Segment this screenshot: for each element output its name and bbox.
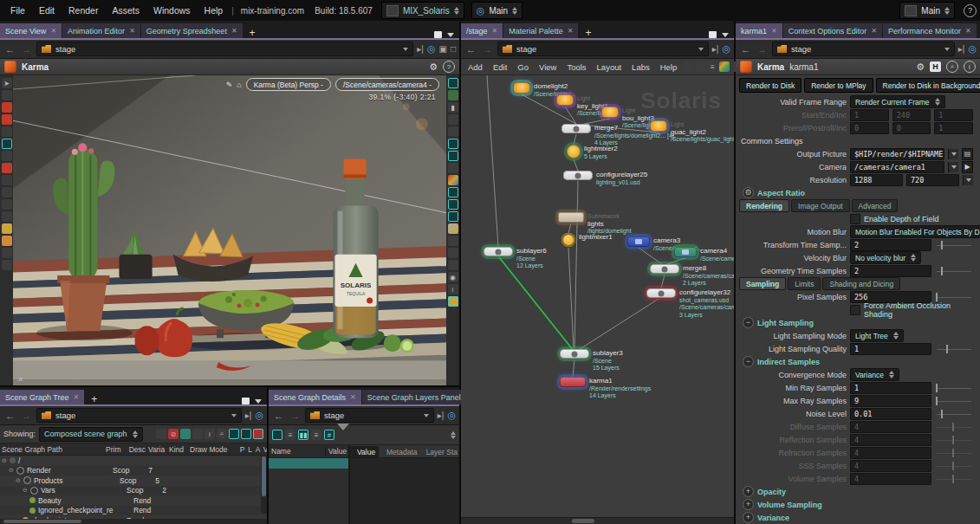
- render-view-canvas[interactable]: SOLARIS TEQUILA ✎ ⌂ Karma (Beta) Persp -…: [13, 75, 446, 385]
- search-icon[interactable]: ⌕: [946, 61, 958, 73]
- houdini-badge-icon[interactable]: H: [930, 61, 941, 72]
- field-start-end-inc-2[interactable]: 1: [934, 109, 973, 121]
- button-render-to-disk-in-background[interactable]: Render to Disk in Background: [876, 78, 980, 93]
- handles-tool-icon[interactable]: [2, 151, 12, 161]
- sgt-follow-icon[interactable]: ◎: [255, 410, 263, 421]
- slider-handle[interactable]: [952, 423, 954, 431]
- checkbox-enable-depth-of-field[interactable]: [850, 214, 860, 224]
- tab-close-icon[interactable]: ✕: [129, 27, 135, 35]
- folder-tab-rendering[interactable]: Rendering: [739, 199, 789, 212]
- expander-icon[interactable]: ⊖: [16, 477, 21, 484]
- visibility-eye-icon[interactable]: ◉: [448, 272, 458, 282]
- slider-handle[interactable]: [952, 475, 954, 483]
- slider-light-sampling-quality[interactable]: [935, 344, 973, 354]
- flag-red-icon[interactable]: [253, 429, 263, 439]
- field-resolution-1[interactable]: 720: [906, 174, 959, 186]
- tree-toggle-icon[interactable]: [272, 430, 282, 440]
- params-follow-icon[interactable]: ◎: [968, 43, 977, 55]
- section-expand-icon[interactable]: +: [743, 499, 754, 510]
- node-shape-flat[interactable]: [561, 124, 591, 133]
- desktop-combo-stepper[interactable]: [454, 7, 459, 15]
- dropdown-light-sampling-mode[interactable]: Light Tree: [850, 329, 904, 342]
- section-expand-icon[interactable]: +: [743, 512, 754, 523]
- help-icon[interactable]: ?: [964, 4, 977, 17]
- node-shape-karma[interactable]: [560, 377, 586, 387]
- new-tab-button[interactable]: +: [243, 28, 262, 38]
- field-geometry-time-samples[interactable]: 2: [850, 265, 931, 277]
- slider-min-ray-samples[interactable]: [935, 383, 973, 393]
- slider-reflection-samples[interactable]: [935, 435, 973, 445]
- net-back-arrow-icon[interactable]: ←: [464, 44, 477, 55]
- desktop-combo[interactable]: MIX_Solaris: [381, 2, 464, 19]
- wrench-icon[interactable]: [683, 61, 693, 72]
- node-shape-flat[interactable]: [646, 288, 676, 298]
- grab-tool-icon[interactable]: [2, 248, 12, 258]
- dicing-quality-icon[interactable]: [448, 187, 458, 197]
- section-collapse-icon[interactable]: −: [743, 356, 754, 367]
- menu-file[interactable]: File: [3, 5, 32, 16]
- lock-camera-icon[interactable]: ▮: [448, 102, 458, 113]
- network-canvas[interactable]: Solaris domelight2/Scene/lights/...Light…: [461, 75, 734, 517]
- node-configurelayer25[interactable]: configurelayer25lighting_v01.usd: [563, 171, 647, 186]
- node-lights[interactable]: Subnetworklights/lights/domelight: [558, 212, 632, 236]
- column-header-kind[interactable]: Kind: [169, 445, 190, 454]
- field-resolution-0[interactable]: 1288: [850, 174, 903, 186]
- mask-icon[interactable]: [180, 429, 191, 439]
- menu-help[interactable]: Help: [198, 5, 230, 16]
- section-collapse-icon[interactable]: −: [743, 317, 754, 328]
- node-shape-light[interactable]: [513, 82, 530, 94]
- frame-icon[interactable]: □: [451, 44, 456, 54]
- column-header-draw-mode[interactable]: Draw Mode: [190, 445, 238, 454]
- dropdown-convergence-mode[interactable]: Variance: [850, 368, 899, 381]
- path-dropdown-caret[interactable]: [403, 48, 408, 51]
- tab-scene-graph-layers-panel[interactable]: Scene Graph Layers Panel✕: [362, 390, 477, 404]
- filter-funnel-icon[interactable]: [337, 424, 349, 440]
- tab-animation-editor[interactable]: Animation Editor✕: [62, 23, 140, 38]
- shelf-tool-icon[interactable]: [2, 236, 12, 246]
- dropdown-valid-frame-range[interactable]: Render Current Frame: [850, 95, 945, 108]
- pin-icon[interactable]: ▸|: [417, 44, 424, 54]
- tab-context-options-editor[interactable]: Context Options Editor✕: [783, 23, 882, 38]
- column-header-scene-graph-path[interactable]: Scene Graph Path: [0, 445, 106, 454]
- column-header-v[interactable]: V: [262, 445, 267, 454]
- display-options-icon[interactable]: [448, 78, 458, 88]
- viewport-settings-gear-icon[interactable]: ⚙: [429, 61, 438, 73]
- layout-pencil-icon[interactable]: [156, 429, 166, 439]
- column-header-varia[interactable]: Varia: [148, 445, 169, 454]
- render-region-tool-icon[interactable]: [2, 260, 12, 270]
- column-header-a[interactable]: A: [254, 445, 262, 454]
- sgt-back-arrow-icon[interactable]: ←: [3, 411, 16, 421]
- shade-colors-icon[interactable]: [448, 175, 458, 185]
- details-value-column[interactable]: Value: [325, 447, 348, 456]
- tree-row[interactable]: ⊖ProductsScop5: [0, 475, 267, 486]
- tree-row[interactable]: ⊖/: [0, 456, 267, 466]
- spacer-icon[interactable]: [2, 199, 12, 210]
- slider-pixel-samples[interactable]: [935, 292, 973, 302]
- sliders-icon[interactable]: [192, 429, 203, 439]
- no-entry-icon[interactable]: ⊘: [168, 429, 178, 439]
- secure-selection-icon[interactable]: [2, 90, 12, 100]
- pane-maximize-icon[interactable]: [434, 31, 442, 38]
- gear-icon[interactable]: ⚙: [916, 61, 925, 73]
- node-configurelayer32[interactable]: configurelayer32shot_cameras.usd/Scene/c…: [646, 288, 734, 319]
- params-back-arrow-icon[interactable]: ←: [739, 44, 752, 55]
- details-name-value-list[interactable]: Name Value: [269, 445, 350, 524]
- slider-geometry-time-samples[interactable]: [935, 266, 973, 276]
- menu-render[interactable]: Render: [62, 5, 105, 16]
- net-forward-arrow-icon[interactable]: →: [481, 44, 494, 55]
- node-lightmixer1[interactable]: lightmixer1: [561, 233, 613, 247]
- field-min-ray-samples[interactable]: 1: [850, 382, 931, 394]
- network-path-field[interactable]: stage: [497, 42, 709, 56]
- field-diffuse-samples[interactable]: 4: [850, 421, 931, 433]
- net-menu-edit[interactable]: Edit: [488, 62, 512, 72]
- shelf-combo[interactable]: ◎ Main: [471, 2, 522, 19]
- tab-karma1[interactable]: karma1✕: [736, 23, 782, 38]
- details-tab-metadata[interactable]: Metadata: [380, 446, 419, 457]
- slider-handle[interactable]: [952, 462, 954, 470]
- tree-row[interactable]: ⊖RenderScop7: [0, 466, 267, 476]
- net-menu-go[interactable]: Go: [512, 62, 534, 72]
- net-menu-tools[interactable]: Tools: [561, 62, 591, 72]
- spacer2-icon[interactable]: [2, 211, 12, 222]
- showing-combo[interactable]: Composed scene graph: [39, 427, 143, 442]
- tab-material-palette[interactable]: Material Palette✕: [503, 23, 578, 38]
